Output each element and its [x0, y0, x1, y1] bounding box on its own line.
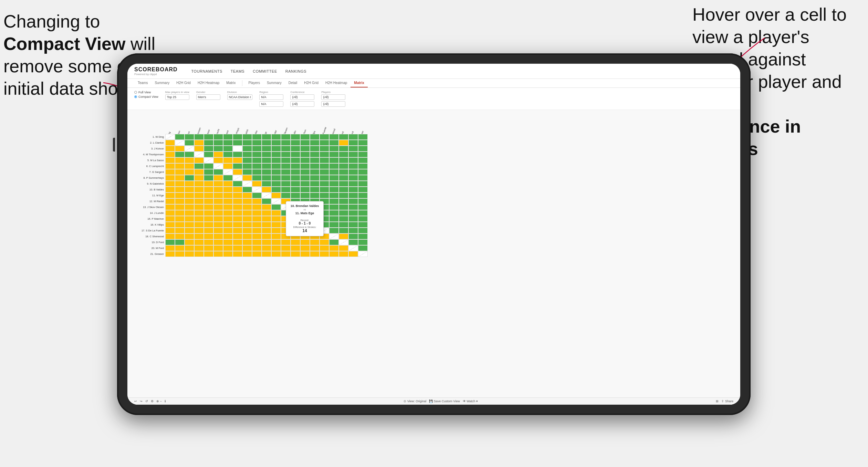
- matrix-cell[interactable]: [271, 198, 281, 204]
- matrix-cell[interactable]: [204, 152, 213, 157]
- matrix-cell[interactable]: [291, 181, 300, 187]
- matrix-cell[interactable]: [310, 140, 320, 146]
- matrix-cell[interactable]: [358, 146, 368, 152]
- matrix-cell[interactable]: [204, 175, 213, 181]
- tab-teams[interactable]: Teams: [134, 79, 151, 87]
- matrix-cell[interactable]: [213, 210, 223, 216]
- matrix-cell[interactable]: [242, 181, 252, 187]
- matrix-cell[interactable]: [233, 157, 242, 163]
- matrix-cell[interactable]: [348, 210, 358, 216]
- reset-button[interactable]: ↺: [145, 399, 148, 403]
- region-select[interactable]: N/A: [259, 94, 283, 100]
- matrix-cell[interactable]: [175, 169, 185, 175]
- matrix-cell[interactable]: [281, 169, 291, 175]
- matrix-cell[interactable]: [281, 239, 291, 245]
- matrix-cell[interactable]: [339, 175, 348, 181]
- matrix-cell[interactable]: [329, 187, 339, 193]
- matrix-cell[interactable]: [165, 216, 175, 222]
- matrix-cell[interactable]: [175, 251, 185, 257]
- matrix-cell[interactable]: [204, 234, 213, 239]
- matrix-cell[interactable]: [281, 134, 291, 140]
- matrix-cell[interactable]: [175, 152, 185, 157]
- matrix-cell[interactable]: [223, 146, 233, 152]
- matrix-cell[interactable]: [262, 222, 271, 228]
- matrix-cell[interactable]: [242, 251, 252, 257]
- matrix-cell[interactable]: [358, 251, 368, 257]
- matrix-cell[interactable]: [252, 222, 262, 228]
- matrix-cell[interactable]: [262, 193, 271, 198]
- matrix-cell[interactable]: [223, 169, 233, 175]
- matrix-cell[interactable]: [213, 222, 223, 228]
- nav-rankings[interactable]: RANKINGS: [285, 68, 306, 75]
- matrix-cell[interactable]: [358, 152, 368, 157]
- matrix-cell[interactable]: [213, 245, 223, 251]
- matrix-cell[interactable]: [185, 169, 194, 175]
- matrix-cell[interactable]: [185, 198, 194, 204]
- matrix-cell[interactable]: [242, 228, 252, 234]
- matrix-cell[interactable]: [233, 169, 242, 175]
- matrix-cell[interactable]: [185, 152, 194, 157]
- matrix-cell[interactable]: [242, 210, 252, 216]
- matrix-cell[interactable]: [175, 228, 185, 234]
- matrix-cell[interactable]: [310, 175, 320, 181]
- matrix-cell[interactable]: [291, 193, 300, 198]
- matrix-cell[interactable]: [252, 251, 262, 257]
- matrix-cell[interactable]: [242, 216, 252, 222]
- matrix-cell[interactable]: [291, 152, 300, 157]
- matrix-cell[interactable]: [339, 157, 348, 163]
- matrix-cell[interactable]: [320, 251, 329, 257]
- matrix-cell[interactable]: [204, 157, 213, 163]
- matrix-cell[interactable]: [329, 245, 339, 251]
- matrix-cell[interactable]: [271, 134, 281, 140]
- matrix-cell[interactable]: [358, 163, 368, 169]
- matrix-cell[interactable]: [252, 198, 262, 204]
- matrix-cell[interactable]: [281, 251, 291, 257]
- matrix-cell[interactable]: [262, 152, 271, 157]
- matrix-cell[interactable]: [320, 169, 329, 175]
- matrix-cell[interactable]: [252, 181, 262, 187]
- matrix-cell[interactable]: [339, 228, 348, 234]
- matrix-cell[interactable]: [252, 134, 262, 140]
- matrix-cell[interactable]: [213, 198, 223, 204]
- matrix-cell[interactable]: [204, 204, 213, 210]
- matrix-cell[interactable]: [339, 198, 348, 204]
- matrix-cell[interactable]: [262, 187, 271, 193]
- conference-select[interactable]: (All): [290, 94, 314, 100]
- matrix-cell[interactable]: [358, 181, 368, 187]
- matrix-cell[interactable]: [194, 204, 204, 210]
- matrix-cell[interactable]: [271, 210, 281, 216]
- matrix-cell[interactable]: [165, 239, 175, 245]
- view-original-btn[interactable]: ⊙ View: Original: [404, 399, 426, 403]
- zoom-btn[interactable]: ⊕ −: [156, 399, 162, 403]
- matrix-cell[interactable]: [348, 152, 358, 157]
- matrix-cell[interactable]: [165, 152, 175, 157]
- matrix-cell[interactable]: [223, 228, 233, 234]
- matrix-cell[interactable]: [329, 234, 339, 239]
- matrix-cell[interactable]: [204, 222, 213, 228]
- matrix-cell[interactable]: [310, 187, 320, 193]
- matrix-cell[interactable]: [252, 239, 262, 245]
- matrix-cell[interactable]: [300, 251, 310, 257]
- matrix-cell[interactable]: [185, 245, 194, 251]
- matrix-cell[interactable]: [262, 198, 271, 204]
- matrix-cell[interactable]: [194, 169, 204, 175]
- matrix-cell[interactable]: [348, 239, 358, 245]
- matrix-cell[interactable]: [213, 157, 223, 163]
- matrix-cell[interactable]: [223, 152, 233, 157]
- undo-button[interactable]: ↩: [134, 399, 137, 403]
- matrix-cell[interactable]: [233, 228, 242, 234]
- matrix-cell[interactable]: [291, 245, 300, 251]
- matrix-cell[interactable]: [223, 163, 233, 169]
- matrix-cell[interactable]: [358, 193, 368, 198]
- matrix-cell[interactable]: [175, 146, 185, 152]
- matrix-cell[interactable]: [262, 210, 271, 216]
- matrix-cell[interactable]: [213, 239, 223, 245]
- matrix-cell[interactable]: [213, 193, 223, 198]
- matrix-cell[interactable]: [213, 140, 223, 146]
- matrix-cell[interactable]: [358, 134, 368, 140]
- matrix-cell[interactable]: [348, 193, 358, 198]
- matrix-cell[interactable]: [165, 175, 175, 181]
- matrix-cell[interactable]: [252, 175, 262, 181]
- matrix-cell[interactable]: [329, 216, 339, 222]
- matrix-cell[interactable]: [242, 187, 252, 193]
